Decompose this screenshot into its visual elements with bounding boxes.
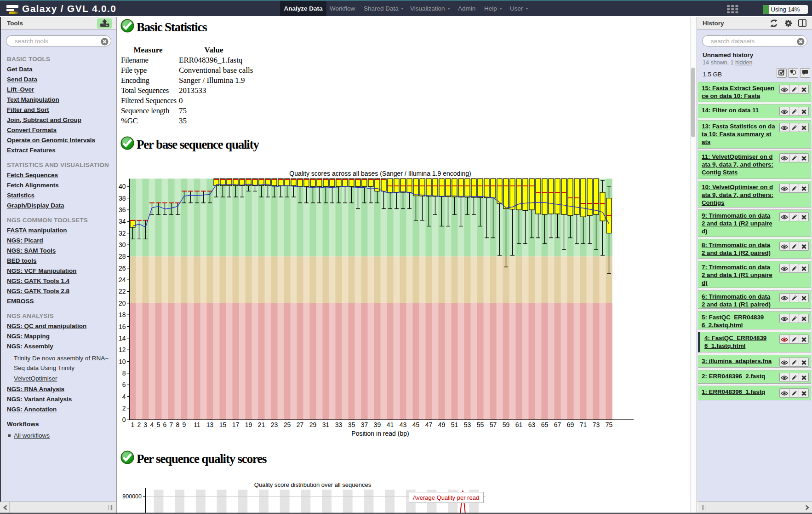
svg-text:59: 59 — [503, 421, 510, 428]
svg-text:10: 10 — [119, 358, 126, 365]
svg-text:17: 17 — [232, 421, 240, 428]
svg-text:22: 22 — [119, 288, 126, 295]
svg-text:8: 8 — [122, 370, 126, 377]
svg-text:63: 63 — [528, 421, 536, 428]
svg-text:2: 2 — [122, 404, 126, 412]
svg-text:30: 30 — [119, 241, 126, 248]
svg-text:23: 23 — [271, 421, 278, 428]
svg-text:71: 71 — [580, 421, 587, 428]
svg-text:28: 28 — [119, 253, 126, 260]
svg-text:13: 13 — [206, 421, 214, 428]
svg-text:21: 21 — [258, 421, 265, 428]
svg-text:47: 47 — [425, 421, 433, 428]
svg-text:9: 9 — [183, 421, 186, 428]
svg-text:6: 6 — [122, 381, 126, 388]
svg-text:41: 41 — [387, 421, 394, 428]
svg-text:34: 34 — [119, 218, 126, 225]
svg-text:Position in read (bp): Position in read (bp) — [351, 430, 409, 437]
svg-text:29: 29 — [309, 421, 317, 428]
svg-text:Average Quality per read: Average Quality per read — [413, 494, 479, 501]
svg-text:3: 3 — [144, 421, 148, 428]
svg-text:61: 61 — [515, 421, 523, 428]
svg-text:26: 26 — [119, 265, 126, 272]
svg-text:7: 7 — [170, 421, 173, 428]
svg-text:18: 18 — [119, 311, 126, 318]
svg-text:32: 32 — [119, 230, 126, 237]
svg-text:14: 14 — [119, 335, 126, 342]
svg-text:67: 67 — [554, 421, 561, 428]
svg-text:39: 39 — [374, 421, 381, 428]
svg-text:4: 4 — [122, 393, 126, 400]
svg-text:69: 69 — [567, 421, 574, 428]
svg-text:Quality scores across all base: Quality scores across all bases (Sanger … — [289, 170, 471, 177]
svg-text:27: 27 — [297, 421, 304, 428]
svg-text:31: 31 — [322, 421, 330, 428]
svg-text:75: 75 — [606, 421, 613, 428]
svg-text:15: 15 — [219, 421, 227, 428]
svg-text:55: 55 — [477, 421, 484, 428]
svg-text:33: 33 — [335, 421, 343, 428]
svg-text:0: 0 — [122, 416, 126, 423]
svg-text:2: 2 — [137, 421, 141, 428]
svg-text:45: 45 — [412, 421, 420, 428]
svg-text:53: 53 — [464, 421, 471, 428]
svg-text:4: 4 — [150, 421, 154, 428]
svg-text:5: 5 — [157, 421, 160, 428]
svg-text:6: 6 — [163, 421, 167, 428]
svg-text:25: 25 — [284, 421, 291, 428]
svg-text:73: 73 — [593, 421, 600, 428]
svg-text:8: 8 — [176, 421, 180, 428]
svg-text:65: 65 — [541, 421, 549, 428]
svg-text:24: 24 — [119, 276, 126, 283]
svg-text:35: 35 — [348, 421, 355, 428]
svg-text:36: 36 — [119, 206, 126, 214]
svg-text:900000: 900000 — [122, 493, 142, 500]
svg-text:16: 16 — [119, 323, 126, 330]
svg-text:Quality score distribution ove: Quality score distribution over all sequ… — [254, 481, 372, 488]
svg-text:57: 57 — [490, 421, 497, 428]
svg-text:11: 11 — [194, 421, 200, 428]
svg-text:1: 1 — [131, 421, 135, 428]
svg-text:20: 20 — [119, 300, 126, 307]
svg-text:12: 12 — [119, 346, 126, 353]
svg-text:43: 43 — [400, 421, 407, 428]
svg-text:51: 51 — [451, 421, 458, 428]
svg-text:38: 38 — [119, 195, 126, 202]
svg-text:49: 49 — [438, 421, 446, 428]
svg-text:19: 19 — [245, 421, 252, 428]
svg-text:37: 37 — [361, 421, 368, 428]
svg-text:40: 40 — [119, 183, 126, 190]
